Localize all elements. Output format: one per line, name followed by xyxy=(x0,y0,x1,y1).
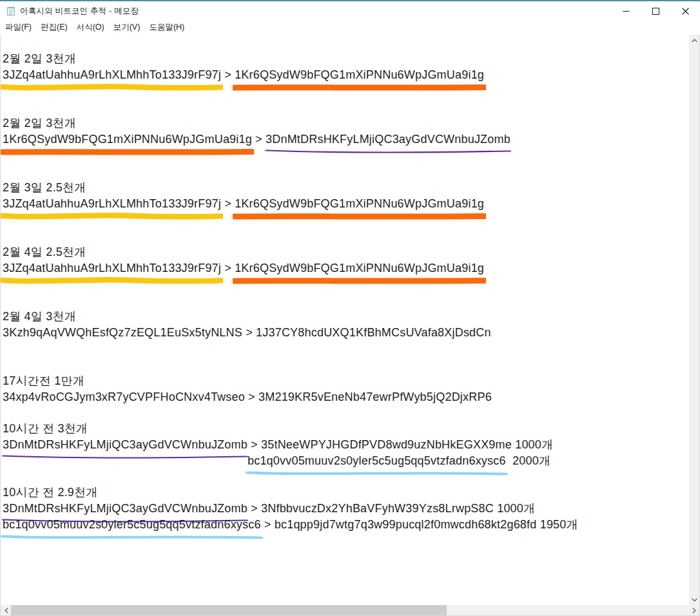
transfer-line: 3DnMtDRsHKFyLMjiQC3ayGdVCWnbuJZomb > 35t… xyxy=(3,437,689,453)
bitcoin-address: 35tNeeWPYJHGDfPVD8wd9uzNbHkEGXX9me xyxy=(261,438,512,451)
horizontal-scrollbar[interactable] xyxy=(1,605,699,615)
transfer-line: 3DnMtDRsHKFyLMjiQC3ayGdVCWnbuJZomb > 3Nf… xyxy=(3,501,689,517)
entry-date-label: 2월 2일 3천개 xyxy=(3,115,689,131)
minimize-icon xyxy=(623,8,630,15)
entry-date-label: 10시간 전 3천개 xyxy=(3,421,689,437)
menu-item-help[interactable]: 도움말(H) xyxy=(144,20,189,35)
transfer-arrow: > xyxy=(248,502,261,515)
transfer-arrow: > xyxy=(261,518,275,531)
bitcoin-address: 3JZq4atUahhuA9rLhXLMhhTo133J9rF97j xyxy=(3,67,221,83)
notepad-icon xyxy=(6,6,16,16)
close-icon xyxy=(682,8,689,15)
bitcoin-address: bc1qpp9jd7wtg7q3w99pucql2f0mwcdh68kt2g68… xyxy=(275,518,537,531)
transfer-arrow: > xyxy=(245,390,258,403)
scroll-right-button[interactable] xyxy=(688,605,699,615)
scroll-down-button[interactable] xyxy=(689,594,699,605)
titlebar[interactable]: 아혹시의 비트코인 추적 - 메모장 xyxy=(0,1,700,21)
transfer-arrow: > xyxy=(248,438,261,451)
blue-underline-stroke xyxy=(246,469,508,478)
entry-date-label: 2월 3일 2.5천개 xyxy=(3,180,689,196)
transfer-line: 1Kr6QSydW9bFQG1mXiPNNu6WpJGmUa9i1g > 3Dn… xyxy=(3,131,689,148)
chevron-up-icon xyxy=(692,39,697,43)
chevron-left-icon xyxy=(5,608,8,613)
entry: 10시간 전 3천개3DnMtDRsHKFyLMjiQC3ayGdVCWnbuJ… xyxy=(3,421,689,469)
bitcoin-address: 3DnMtDRsHKFyLMjiQC3ayGdVCWnbuJZomb xyxy=(3,501,248,517)
menu-item-file[interactable]: 파일(F) xyxy=(1,20,36,35)
menubar: 파일(F)편집(E)서식(O)보기(V)도움말(H) xyxy=(0,21,700,35)
entry: 2월 4일 2.5천개3JZq4atUahhuA9rLhXLMhhTo133J9… xyxy=(3,244,689,276)
bitcoin-address: bc1q0vv05muuv2s0yler5c5ug5qq5vtzfadn6xys… xyxy=(3,517,261,533)
bitcoin-address: bc1q0vv05muuv2s0yler5c5ug5qq5vtzfadn6xys… xyxy=(248,453,506,469)
transfer-line: 3JZq4atUahhuA9rLhXLMhhTo133J9rF97j > 1Kr… xyxy=(3,196,689,212)
amount-label: 1000개 xyxy=(494,502,535,515)
amount-label: 1950개 xyxy=(536,518,578,531)
transfer-line: 3JZq4atUahhuA9rLhXLMhhTo133J9rF97j > 1Kr… xyxy=(3,260,689,276)
yellow-marker-stroke xyxy=(1,212,223,221)
window-controls xyxy=(611,1,700,21)
entry-date-label: 10시간 전 2.9천개 xyxy=(3,485,689,501)
bitcoin-address: 1Kr6QSydW9bFQG1mXiPNNu6WpJGmUa9i1g xyxy=(235,67,484,83)
orange-marker-stroke xyxy=(1,148,254,157)
bitcoin-address: 1J37CY8hcdUXQ1KfBhMCsUVafa8XjDsdCn xyxy=(256,326,491,339)
bitcoin-address: 3DnMtDRsHKFyLMjiQC3ayGdVCWnbuJZomb xyxy=(266,131,510,148)
bitcoin-address: 3DnMtDRsHKFyLMjiQC3ayGdVCWnbuJZomb xyxy=(3,437,248,453)
window-title: 아혹시의 비트코인 추적 - 메모장 xyxy=(20,6,139,17)
blue-underline-stroke xyxy=(1,533,263,542)
entry: 2월 2일 3천개1Kr6QSydW9bFQG1mXiPNNu6WpJGmUa9… xyxy=(3,115,689,148)
transfer-line: 34xp4vRoCGJym3xR7yCVPFHoCNxv4Twseo > 3M2… xyxy=(3,389,689,405)
transfer-arrow: > xyxy=(221,197,235,210)
amount-label: 2000개 xyxy=(506,454,550,467)
transfer-arrow: > xyxy=(252,133,266,146)
entry: 2월 2일 3천개3JZq4atUahhuA9rLhXLMhhTo133J9rF… xyxy=(3,51,689,83)
entry-date-label: 2월 4일 3천개 xyxy=(3,309,689,325)
yellow-marker-stroke xyxy=(1,276,223,285)
menu-item-view[interactable]: 보기(V) xyxy=(109,20,145,35)
bitcoin-address: 3M219KR5vEneNb47ewrPfWyb5jQ2DjxRP6 xyxy=(258,390,492,403)
chevron-down-icon xyxy=(692,598,697,602)
transfer-arrow: > xyxy=(221,262,235,274)
bitcoin-address: 1Kr6QSydW9bFQG1mXiPNNu6WpJGmUa9i1g xyxy=(3,131,252,148)
minimize-button[interactable] xyxy=(611,1,641,21)
entry: 17시간전 1만개34xp4vRoCGJym3xR7yCVPFHoCNxv4Tw… xyxy=(3,373,689,405)
menu-item-format[interactable]: 서식(O) xyxy=(72,20,109,35)
transfer-line: 3Kzh9qAqVWQhEsfQz7zEQL1EuSx5tyNLNS > 1J3… xyxy=(3,325,689,341)
chevron-right-icon xyxy=(692,608,696,613)
bitcoin-address: 1Kr6QSydW9bFQG1mXiPNNu6WpJGmUa9i1g xyxy=(235,196,484,212)
document-area[interactable]: 2월 2일 3천개3JZq4atUahhuA9rLhXLMhhTo133J9rF… xyxy=(1,35,689,605)
menu-item-edit[interactable]: 편집(E) xyxy=(36,20,72,35)
bitcoin-address: 3JZq4atUahhuA9rLhXLMhhTo133J9rF97j xyxy=(3,260,221,276)
maximize-button[interactable] xyxy=(641,1,670,21)
bitcoin-address: 34xp4vRoCGJym3xR7yCVPFHoCNxv4Twseo xyxy=(3,390,245,403)
maximize-icon xyxy=(652,8,659,15)
transfer-line: bc1q0vv05muuv2s0yler5c5ug5qq5vtzfadn6xys… xyxy=(3,517,689,533)
purple-underline-stroke xyxy=(264,148,512,157)
entry: 10시간 전 2.9천개3DnMtDRsHKFyLMjiQC3ayGdVCWnb… xyxy=(3,485,689,533)
transfer-line: bc1q0vv05muuv2s0yler5c5ug5qq5vtzfadn6xys… xyxy=(3,453,689,469)
transfer-line: 3JZq4atUahhuA9rLhXLMhhTo133J9rF97j > 1Kr… xyxy=(3,67,689,83)
horizontal-scroll-thumb[interactable] xyxy=(11,605,447,615)
bitcoin-address: 3NfbbvuczDx2YhBaVFyhW39Yzs8LrwpS8C xyxy=(261,502,494,515)
notepad-window: 아혹시의 비트코인 추적 - 메모장 파일(F)편집(E)서식(O)보기(V)도… xyxy=(0,0,700,616)
transfer-arrow: > xyxy=(221,68,235,81)
orange-marker-stroke xyxy=(233,83,486,92)
entry: 2월 4일 3천개3Kzh9qAqVWQhEsfQz7zEQL1EuSx5tyN… xyxy=(3,309,689,341)
orange-marker-stroke xyxy=(233,212,486,221)
bitcoin-address: 3JZq4atUahhuA9rLhXLMhhTo133J9rF97j xyxy=(3,196,221,212)
scroll-up-button[interactable] xyxy=(689,35,699,46)
scroll-left-button[interactable] xyxy=(1,605,12,615)
yellow-marker-stroke xyxy=(1,83,223,92)
entry-date-label: 2월 2일 3천개 xyxy=(3,51,689,67)
entry-date-label: 17시간전 1만개 xyxy=(3,373,689,389)
bitcoin-address: 1Kr6QSydW9bFQG1mXiPNNu6WpJGmUa9i1g xyxy=(235,260,484,276)
bitcoin-address: 3Kzh9qAqVWQhEsfQz7zEQL1EuSx5tyNLNS xyxy=(3,326,242,339)
close-button[interactable] xyxy=(670,1,700,21)
transfer-arrow: > xyxy=(242,326,256,339)
orange-marker-stroke xyxy=(233,276,486,285)
entry: 2월 3일 2.5천개3JZq4atUahhuA9rLhXLMhhTo133J9… xyxy=(3,180,689,212)
amount-label: 1000개 xyxy=(512,438,553,451)
vertical-scrollbar[interactable] xyxy=(689,35,699,605)
entry-date-label: 2월 4일 2.5천개 xyxy=(3,244,689,260)
